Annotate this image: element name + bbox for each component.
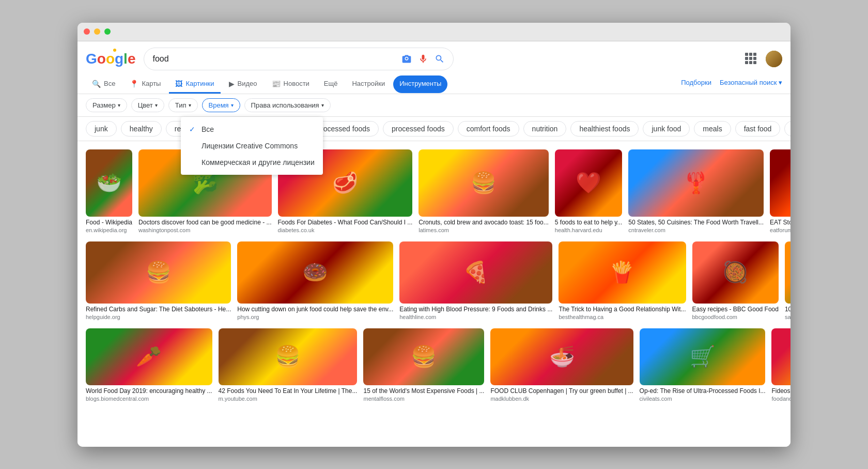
collections-link[interactable]: Подборки xyxy=(681,79,711,86)
image-card-4[interactable]: 🍔 Cronuts, cold brew and avocado toast: … xyxy=(419,149,548,233)
image-title-7: EAT Stockholm Food Forum 2018 xyxy=(770,219,791,226)
image-card-18[interactable]: 🛒 Op-ed: The Rise of Ultra-Processed Foo… xyxy=(640,328,766,402)
images-icon: 🖼 xyxy=(175,80,182,88)
image-title-12: Easy recipes - BBC Good Food xyxy=(692,306,779,313)
search-button[interactable] xyxy=(435,54,445,64)
image-domain-4: latimes.com xyxy=(419,227,548,233)
chip-processed-foods[interactable]: processed foods xyxy=(383,121,454,137)
dropdown-item-cc[interactable]: ✓ Лицензии Creative Commons xyxy=(181,138,323,154)
tab-images[interactable]: 🖼 Картинки xyxy=(169,75,220,94)
chip-comfort-foods[interactable]: comfort foods xyxy=(458,121,519,137)
tab-tools[interactable]: Инструменты xyxy=(393,75,447,93)
browser-window: Google food xyxy=(78,23,791,447)
header-right xyxy=(745,51,782,67)
chip-nutrition[interactable]: nutrition xyxy=(523,121,567,137)
color-filter[interactable]: Цвет ▾ xyxy=(131,98,164,112)
image-card-13[interactable]: 🥗 10 Healthy Food Habits To Live By | Sa… xyxy=(785,241,791,320)
search-bar[interactable]: food xyxy=(144,48,454,70)
chip-junk[interactable]: junk xyxy=(86,121,117,137)
image-title-6: 50 States, 50 Cuisines: The Food Worth T… xyxy=(628,219,764,226)
image-title-2: Doctors discover food can be good medici… xyxy=(138,219,271,226)
image-domain-15: m.youtube.com xyxy=(219,396,358,402)
image-title-14: World Food Day 2019: encouraging healthy… xyxy=(86,387,212,395)
image-title-4: Cronuts, cold brew and avocado toast: 15… xyxy=(419,219,548,226)
image-domain-19: foodandwine.com xyxy=(771,396,791,402)
image-card-11[interactable]: 🍟 The Trick to Having a Good Relationshi… xyxy=(559,241,686,320)
tab-news[interactable]: 📰 Новости xyxy=(266,75,316,94)
voice-search-button[interactable] xyxy=(418,54,428,64)
dropdown-item-commercial[interactable]: ✓ Коммерческая и другие лицензии xyxy=(181,154,323,171)
avatar[interactable] xyxy=(766,51,782,67)
avatar-image xyxy=(766,51,782,67)
image-title-13: 10 Healthy Food Habits To Live By | Sani… xyxy=(785,306,791,313)
tab-video[interactable]: ▶ Видео xyxy=(223,75,264,94)
title-bar xyxy=(78,23,791,41)
image-title-19: Fideos Secos Tacos Recipe - Claudette Z.… xyxy=(771,387,791,395)
search-input[interactable]: food xyxy=(152,54,401,64)
image-card-14[interactable]: 🥕 World Food Day 2019: encouraging healt… xyxy=(86,328,212,402)
image-card-16[interactable]: 🍔 15 of the World's Most Expensive Foods… xyxy=(363,328,484,402)
image-domain-3: diabetes.co.uk xyxy=(278,227,413,233)
image-domain-8: helpguide.org xyxy=(86,314,231,320)
image-card-19[interactable]: 🌮 Fideos Secos Tacos Recipe - Claudette … xyxy=(771,328,791,402)
rights-filter[interactable]: Права использования ▾ xyxy=(244,98,331,112)
image-domain-9: phys.org xyxy=(237,314,393,320)
image-card-17[interactable]: 🍜 FOOD CLUB Copenhagen | Try our green b… xyxy=(490,328,633,402)
image-card-6[interactable]: 🦞 50 States, 50 Cuisines: The Food Worth… xyxy=(628,149,764,233)
chip-junk-food[interactable]: junk food xyxy=(643,121,690,137)
image-card-5[interactable]: ❤️ 5 foods to eat to help y... health.ha… xyxy=(555,149,623,233)
image-card-15[interactable]: 🍔 42 Foods You Need To Eat In Your Lifet… xyxy=(219,328,358,402)
image-card-12[interactable]: 🥘 Easy recipes - BBC Good Food bbcgoodfo… xyxy=(692,241,779,320)
image-card-1[interactable]: 🥗 Food - Wikipedia en.wikipedia.org xyxy=(86,149,132,233)
size-filter[interactable]: Размер ▾ xyxy=(86,98,127,112)
tab-settings[interactable]: Настройки xyxy=(346,75,391,93)
image-title-9: How cutting down on junk food could help… xyxy=(237,306,393,313)
image-title-17: FOOD CLUB Copenhagen | Try our green buf… xyxy=(490,387,633,395)
main-content: 🥗 Food - Wikipedia en.wikipedia.org 🥦 Do… xyxy=(78,141,791,447)
camera-search-button[interactable] xyxy=(401,54,412,64)
image-card-8[interactable]: 🍔 Refined Carbs and Sugar: The Diet Sabo… xyxy=(86,241,231,320)
image-domain-7: eatforum.org xyxy=(770,227,791,233)
check-icon: ✓ xyxy=(189,125,197,133)
tab-all[interactable]: 🔍 Все xyxy=(86,75,121,94)
news-icon: 📰 xyxy=(272,80,281,88)
image-domain-2: washingtonpost.com xyxy=(138,227,271,233)
image-card-9[interactable]: 🍩 How cutting down on junk food could he… xyxy=(237,241,393,320)
type-filter[interactable]: Тип ▾ xyxy=(168,98,198,112)
google-logo[interactable]: Google xyxy=(86,51,135,67)
image-domain-1: en.wikipedia.org xyxy=(86,227,132,233)
chip-healthiest-foods[interactable]: healthiest foods xyxy=(570,121,639,137)
maximize-button[interactable] xyxy=(104,28,111,35)
tab-more[interactable]: Ещё xyxy=(318,75,344,93)
dropdown-item-all[interactable]: ✓ Все xyxy=(181,121,323,138)
tab-maps[interactable]: 📍 Карты xyxy=(123,75,167,94)
nav-tabs: 🔍 Все 📍 Карты 🖼 Картинки ▶ Видео 📰 xyxy=(86,75,782,94)
image-card-7[interactable]: 🍱 EAT Stockholm Food Forum 2018 eatforum… xyxy=(770,149,791,233)
time-filter[interactable]: Время ▾ xyxy=(202,98,240,112)
chip-burger[interactable]: burger xyxy=(784,121,791,137)
chevron-down-icon: ▾ xyxy=(321,102,324,108)
chip-fast-food[interactable]: fast food xyxy=(735,121,781,137)
safe-search-link[interactable]: Безопасный поиск ▾ xyxy=(720,79,782,86)
search-icon: 🔍 xyxy=(92,80,101,88)
apps-icon[interactable] xyxy=(745,53,757,65)
chevron-down-icon: ▾ xyxy=(118,102,120,108)
image-title-8: Refined Carbs and Sugar: The Diet Sabote… xyxy=(86,306,231,313)
image-domain-16: mentalfloss.com xyxy=(363,396,484,402)
image-title-15: 42 Foods You Need To Eat In Your Lifetim… xyxy=(219,387,358,395)
chip-meals[interactable]: meals xyxy=(694,121,731,137)
maps-icon: 📍 xyxy=(130,80,138,88)
image-title-1: Food - Wikipedia xyxy=(86,219,132,226)
chip-healthy[interactable]: healthy xyxy=(121,121,162,137)
top-bar: Google food xyxy=(86,48,782,70)
image-domain-11: besthealthmag.ca xyxy=(559,314,686,320)
image-domain-12: bbcgoodfood.com xyxy=(692,314,779,320)
close-button[interactable] xyxy=(84,28,90,35)
images-row-3: 🥕 World Food Day 2019: encouraging healt… xyxy=(86,328,782,402)
browser-content: Google food xyxy=(78,41,791,447)
image-title-10: Eating with High Blood Pressure: 9 Foods… xyxy=(399,306,552,313)
image-title-5: 5 foods to eat to help y... xyxy=(555,219,623,226)
image-card-10[interactable]: 🍕 Eating with High Blood Pressure: 9 Foo… xyxy=(399,241,552,320)
image-domain-13: sanitarium.com.au xyxy=(785,314,791,320)
minimize-button[interactable] xyxy=(94,28,100,35)
